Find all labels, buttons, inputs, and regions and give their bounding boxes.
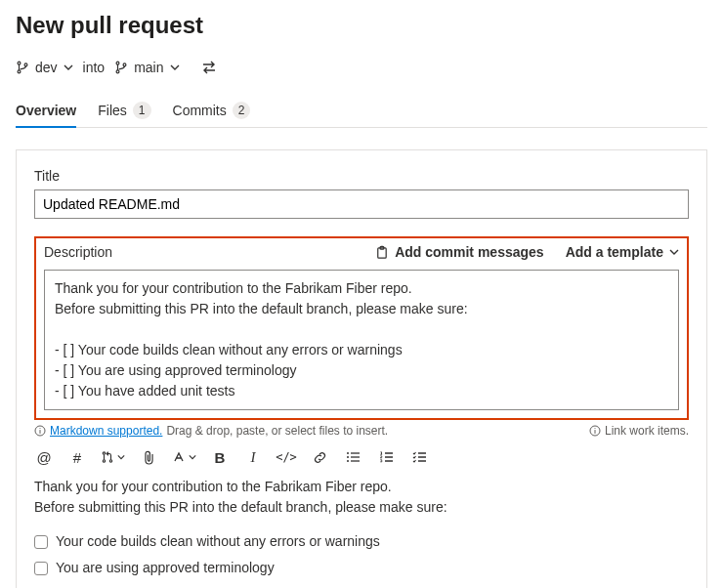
description-highlight: Description Add commit messages Add a te… [34,236,689,420]
svg-point-14 [347,456,349,458]
link-button[interactable] [310,447,329,467]
checklist-button[interactable] [409,447,429,467]
commits-count-badge: 2 [233,102,251,119]
branch-selector-row: dev into main [16,57,707,78]
code-button[interactable]: </> [276,447,296,467]
bullet-list-button[interactable] [343,447,362,467]
svg-point-1 [18,70,21,73]
into-label: into [83,60,106,75]
add-template-label: Add a template [566,244,663,260]
svg-point-3 [116,62,119,64]
chevron-down-icon [189,453,196,461]
chevron-down-icon [117,453,125,461]
link-work-items-label: Link work items. [605,424,689,438]
title-label: Title [34,168,689,184]
checkbox[interactable] [34,535,48,549]
chevron-down-icon [170,63,180,72]
target-branch-selector[interactable]: main [114,60,179,75]
link-work-items-button[interactable]: Link work items. [589,424,689,438]
branch-icon [114,61,128,74]
checklist-item-label: Your code builds clean without any error… [56,531,380,552]
tab-label: Commits [173,103,227,118]
mention-button[interactable]: @ [34,447,54,467]
checklist-item-label: You are using approved terminology [56,558,275,578]
preview-line: Thank you for your contribution to the F… [34,479,392,494]
info-icon [34,425,46,437]
checklist-item: You are using approved terminology [34,558,689,578]
page-title: New pull request [16,12,707,39]
svg-point-2 [24,63,27,66]
italic-button[interactable]: I [243,447,263,467]
tab-files[interactable]: Files 1 [98,96,150,127]
checklist-item-label: You have added unit tests [56,584,213,588]
markdown-toolbar: @ # B I </> [34,445,689,477]
source-branch-name: dev [35,60,58,75]
tab-label: Overview [16,103,76,118]
source-branch-selector[interactable]: dev [16,60,73,75]
svg-point-0 [18,62,21,64]
chevron-down-icon [64,63,73,72]
svg-point-5 [123,63,126,66]
chevron-down-icon [669,247,679,257]
markdown-supported-link[interactable]: Markdown supported. [50,424,162,438]
svg-point-10 [103,452,105,454]
heading-button[interactable] [172,447,196,467]
svg-point-15 [347,460,349,462]
bold-button[interactable]: B [210,447,230,467]
tab-commits[interactable]: Commits 2 [173,96,251,127]
checklist-item: You have added unit tests [34,584,689,588]
helper-row: Markdown supported. Drag & drop, paste, … [34,424,689,438]
description-preview: Thank you for your contribution to the F… [34,477,689,588]
preview-line: Before submitting this PR into the defau… [34,499,447,515]
checkbox[interactable] [34,562,48,575]
svg-point-11 [103,460,105,462]
target-branch-name: main [134,60,163,75]
checklist-item: Your code builds clean without any error… [34,531,689,552]
add-template-button[interactable]: Add a template [566,244,679,260]
numbered-list-button[interactable] [376,447,396,467]
pr-form: Title Description Add commit messages Ad… [16,149,707,588]
files-count-badge: 1 [133,102,151,119]
workitem-button[interactable]: # [67,447,87,467]
description-textarea[interactable]: Thank you for your contribution to the F… [44,270,679,410]
add-commit-messages-label: Add commit messages [395,244,544,260]
tab-overview[interactable]: Overview [16,96,76,127]
pr-link-button[interactable] [101,447,125,467]
attach-button[interactable] [139,447,158,467]
description-label: Description [44,244,112,260]
title-input[interactable] [34,189,689,219]
tab-label: Files [98,103,127,118]
drag-drop-hint: Drag & drop, paste, or select files to i… [166,424,388,438]
svg-point-4 [116,70,119,73]
clipboard-icon [374,245,389,260]
tabs: Overview Files 1 Commits 2 [16,96,707,128]
info-icon [589,425,601,437]
branch-icon [16,61,29,74]
svg-point-12 [109,460,111,462]
swap-branches-button[interactable] [195,57,223,78]
svg-point-13 [347,452,349,454]
add-commit-messages-button[interactable]: Add commit messages [374,244,544,260]
